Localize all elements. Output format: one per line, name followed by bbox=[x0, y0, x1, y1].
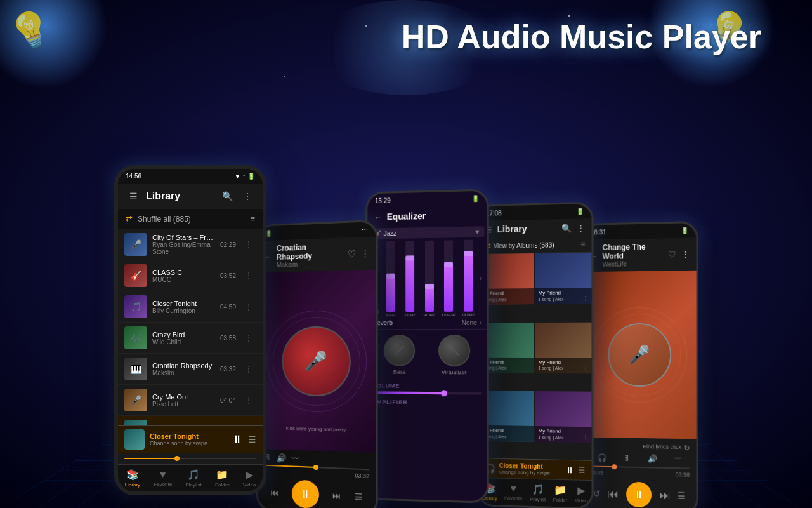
p3-bass-knob[interactable] bbox=[384, 335, 415, 366]
queue-button[interactable]: ☰ bbox=[248, 434, 256, 444]
p5-eq-icon[interactable]: 🎚 bbox=[624, 454, 631, 463]
p4-np-sub: Change song by swipe bbox=[499, 469, 561, 476]
p3-knobs-row: Bass Virtualizer bbox=[367, 330, 487, 381]
p3-expand-icon[interactable]: › bbox=[480, 275, 481, 282]
progress-handle[interactable] bbox=[174, 456, 180, 461]
p4-album-more-4[interactable]: ⋮ bbox=[582, 365, 588, 371]
p3-back-icon[interactable]: ← bbox=[374, 212, 382, 222]
p5-icon-row: 🎧 🎚 🔊 〰 bbox=[589, 453, 690, 464]
menu-button[interactable]: ☰ bbox=[126, 189, 141, 204]
p4-np-info: Closer Tonight Change song by swipe bbox=[499, 462, 561, 476]
p3-bar-handle-5[interactable] bbox=[464, 251, 473, 256]
p3-bar-handle-1[interactable] bbox=[386, 274, 395, 279]
p4-nav-favorite[interactable]: ♥ Favorite bbox=[504, 483, 523, 502]
p2-volume-icon[interactable]: 🔊 bbox=[277, 453, 286, 463]
shuffle-row[interactable]: ⇄ Shuffle all (885) ≡ bbox=[118, 209, 263, 229]
song-more-button[interactable]: ⋮ bbox=[241, 330, 256, 345]
p3-bar-handle-4[interactable] bbox=[444, 262, 453, 267]
song-thumbnail: 🎸 bbox=[124, 264, 147, 287]
more-button[interactable]: ⋮ bbox=[240, 189, 255, 204]
nav-video[interactable]: ▶ Video bbox=[243, 469, 256, 488]
p4-view-label: View by Albums (583) bbox=[494, 241, 581, 249]
p2-prev-btn[interactable]: ⏮ bbox=[270, 488, 278, 498]
filter-icon: ≡ bbox=[250, 214, 255, 224]
p5-lyrics-icon[interactable]: ↻ bbox=[684, 444, 690, 452]
p5-wave-icon[interactable]: 〰 bbox=[674, 455, 681, 464]
p3-volume-section: VOLUME bbox=[367, 380, 487, 398]
p4-queue-btn[interactable]: ☰ bbox=[578, 465, 585, 474]
p3-reverb-row[interactable]: Reverb None › bbox=[367, 317, 487, 330]
p2-next-btn[interactable]: ⏭ bbox=[332, 490, 341, 501]
p2-queue-btn[interactable]: ☰ bbox=[354, 491, 362, 502]
p3-preset-label: Jazz bbox=[384, 229, 472, 237]
p2-progress-handle[interactable] bbox=[313, 465, 318, 470]
now-playing-info: Closer Tonight Change song by swipe bbox=[150, 432, 226, 446]
p5-song-info: Change The World WestLife bbox=[603, 242, 663, 268]
hamburger-icon: ☰ bbox=[129, 191, 138, 201]
nav-library[interactable]: 📚 Library bbox=[125, 469, 140, 488]
p4-album-cell[interactable]: My Friend 1 song | Alex ⋮ bbox=[535, 391, 591, 443]
p3-volume-handle[interactable] bbox=[441, 390, 447, 396]
song-item[interactable]: 🎶 Crazy Bird Wild Child 03:58 ⋮ bbox=[118, 323, 263, 354]
pause-button[interactable]: ⏸ bbox=[232, 433, 243, 446]
song-more-button[interactable]: ⋮ bbox=[241, 268, 256, 283]
phone-library-albums: 17:08 🔋 ☰ Library 🔍 ⋮ ⇄ View by Albums (… bbox=[476, 202, 593, 508]
p2-wave-icon[interactable]: 〰 bbox=[291, 454, 299, 464]
p2-album-art: 🎤 bbox=[282, 326, 350, 396]
p5-queue-btn[interactable]: ☰ bbox=[678, 490, 686, 500]
p5-progress-handle[interactable] bbox=[612, 464, 617, 469]
p3-eq-area: 15 0 -15 60HZ bbox=[367, 239, 487, 317]
p4-nav-playlist[interactable]: 🎵 Playlist bbox=[530, 483, 546, 503]
p4-search-icon[interactable]: 🔍 bbox=[561, 223, 572, 232]
song-item[interactable]: 🎵 Closer Tonight Billy Currington 04:59 … bbox=[118, 291, 263, 323]
p5-headphone-icon[interactable]: 🎧 bbox=[598, 453, 607, 462]
p4-filter-icon[interactable]: ≡ bbox=[580, 240, 585, 249]
p5-play-btn[interactable]: ⏸ bbox=[626, 482, 652, 508]
song-more-button[interactable]: ⋮ bbox=[241, 299, 256, 314]
song-item[interactable]: 🎹 Croatian Rhapsody Maksim 03:32 ⋮ bbox=[118, 354, 263, 385]
song-more-button[interactable]: ⋮ bbox=[241, 392, 256, 408]
nav-playlist[interactable]: 🎵 Playlist bbox=[185, 469, 201, 488]
p5-volume-icon[interactable]: 🔊 bbox=[648, 454, 657, 463]
p5-prev-btn[interactable]: ⏮ bbox=[608, 487, 619, 500]
p4-album-info-row-1: 1 song | Alex ⋮ bbox=[481, 296, 530, 303]
p3-virtualizer-knob[interactable] bbox=[438, 335, 470, 366]
p4-album-overlay-6: My Friend 1 song | Alex ⋮ bbox=[535, 426, 591, 443]
nav-folder[interactable]: 📁 Folder bbox=[215, 469, 230, 488]
p4-album-more-5[interactable]: ⋮ bbox=[525, 434, 531, 440]
p4-nav-video[interactable]: ▶ Video bbox=[575, 485, 588, 504]
p5-heart-icon[interactable]: ♡ bbox=[668, 249, 676, 259]
song-more-button[interactable]: ⋮ bbox=[241, 361, 256, 377]
p4-album-more-2[interactable]: ⋮ bbox=[582, 295, 588, 302]
p5-more-icon[interactable]: ⋮ bbox=[681, 250, 690, 259]
p4-pause-btn[interactable]: ⏸ bbox=[565, 465, 574, 475]
song-item[interactable]: 🎤 Cry Me Out Pixie Lott 04:04 ⋮ bbox=[118, 385, 263, 416]
nav-favorite[interactable]: ♥ Favorite bbox=[154, 469, 172, 488]
song-item[interactable]: 🎸 CLASSIC MUCC 03:52 ⋮ bbox=[118, 260, 263, 291]
p5-repeat-icon[interactable]: ↺ bbox=[593, 488, 601, 498]
p4-album-cell[interactable]: My Friend 1 song | Alex ⋮ bbox=[535, 322, 591, 373]
p4-album-info-row-3: 1 song | Alex ⋮ bbox=[481, 364, 530, 371]
p3-bar-handle-2[interactable] bbox=[405, 255, 414, 260]
p3-volume-slider[interactable] bbox=[372, 391, 481, 395]
p4-nav-folder[interactable]: 📁 Folder bbox=[553, 484, 568, 504]
p2-play-btn[interactable]: ⏸ bbox=[291, 479, 318, 508]
p5-next-btn[interactable]: ⏭ bbox=[659, 488, 671, 502]
p4-album-more-3[interactable]: ⋮ bbox=[525, 365, 531, 371]
p3-bar-handle-3[interactable] bbox=[425, 284, 434, 289]
p4-favorite-label: Favorite bbox=[504, 495, 523, 502]
p2-more-icon[interactable]: ⋮ bbox=[361, 248, 369, 258]
p4-album-more-6[interactable]: ⋮ bbox=[582, 435, 588, 441]
song-item-active[interactable]: 🎵 Closer Tonight Billy Cu... 04:59 ⋮ bbox=[118, 416, 263, 425]
p4-view-row[interactable]: ⇄ View by Albums (583) ≡ bbox=[478, 236, 591, 254]
more-icon: ⋮ bbox=[243, 191, 252, 201]
search-button[interactable]: 🔍 bbox=[219, 189, 235, 204]
p4-album-more-1[interactable]: ⋮ bbox=[525, 296, 531, 302]
p4-title: Library bbox=[497, 223, 556, 234]
p2-heart-icon[interactable]: ♡ bbox=[348, 248, 356, 260]
song-more-button[interactable]: ⋮ bbox=[241, 237, 256, 252]
p4-more-icon[interactable]: ⋮ bbox=[577, 223, 585, 232]
p4-album-cell[interactable]: My Friend 1 song | Alex ⋮ bbox=[535, 253, 591, 304]
p3-preset-expand-icon[interactable]: ▼ bbox=[474, 228, 480, 235]
song-item[interactable]: 🎤 City Of Stars – From "La Ryan Gosling/… bbox=[118, 229, 263, 260]
